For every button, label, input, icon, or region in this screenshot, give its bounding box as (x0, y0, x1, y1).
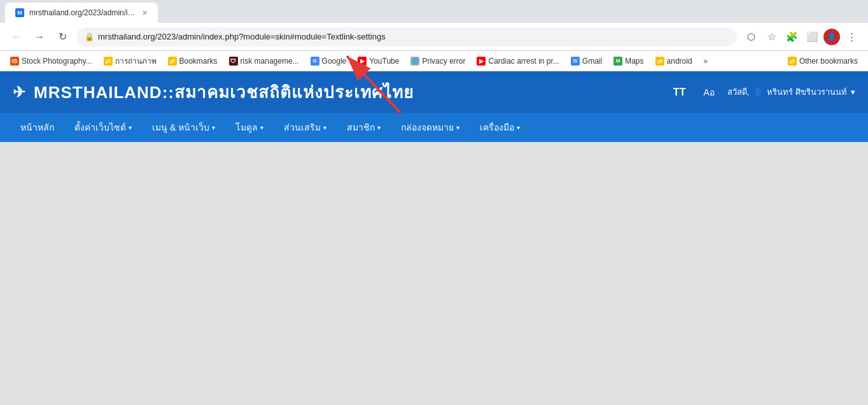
bookmark-risk-icon: 🛡 (229, 57, 238, 66)
bookmark-google[interactable]: G Google (305, 54, 352, 68)
bookmark-android-label: android (667, 57, 692, 66)
site-header: ✈ MRSTHAILAND::สมาคมเวชสถิติแห่งประเทศไท… (0, 71, 868, 113)
nav-menu-label: เมนู & หน้าเว็บ (152, 120, 209, 134)
site-title-text: MRSTHAILAND::สมาคมเวชสถิติแห่งประเทศไทย (34, 79, 414, 105)
other-bookmarks-label: Other bookmarks (799, 57, 858, 66)
bookmark-google-label: Google (322, 57, 347, 66)
nav-modules-label: โมดูล (235, 120, 258, 134)
nav-item-tools[interactable]: เครื่องมือ ▾ (470, 113, 530, 142)
bookmark-bookmarks-label: Bookmarks (179, 57, 218, 66)
website-content: ✈ MRSTHAILAND::สมาคมเวชสถิติแห่งประเทศไท… (0, 71, 868, 405)
bookmark-maps-icon: M (613, 57, 622, 66)
bookmark-gmail-icon: G (571, 57, 580, 66)
browser-toolbar: ← → ↻ 🔒 mrsthailand.org/2023/admin/index… (0, 23, 868, 51)
profile-button[interactable]: 👤 (823, 29, 840, 45)
username-text: หรินทร์ ศิขรินวรานนท์ (767, 85, 847, 99)
bookmark-karnthamnap[interactable]: 📁 การถ่านภาพ (99, 52, 162, 69)
bookmark-cardiac-label: Cardiac arrest in pr... (488, 57, 559, 66)
nav-extras-caret: ▾ (323, 124, 326, 131)
bookmark-gmail[interactable]: G Gmail (566, 54, 607, 68)
nav-item-extras[interactable]: ส่วนเสริม ▾ (274, 113, 337, 142)
bookmark-privacy-icon: 🌐 (410, 57, 419, 66)
nav-home-label: หน้าหลัก (20, 120, 54, 134)
bookmark-maps-label: Maps (625, 57, 643, 66)
bookmark-stock[interactable]: IS Stock Photography... (5, 54, 97, 68)
bookmarks-bar: IS Stock Photography... 📁 การถ่านภาพ 📁 B… (0, 51, 868, 71)
nav-item-inbox[interactable]: กล่องจดหมาย ▾ (391, 113, 470, 142)
nav-members-caret: ▾ (377, 124, 381, 131)
nav-item-modules[interactable]: โมดูล ▾ (225, 113, 274, 142)
browser-frame: M mrsthailand.org/2023/admin/index.php?m… (0, 0, 868, 71)
font-aa-button[interactable]: Aอ (698, 83, 719, 102)
lock-icon: 🔒 (85, 32, 94, 41)
nav-menu-caret: ▾ (212, 124, 215, 131)
bookmark-cardiac-icon: ▶ (477, 57, 486, 66)
bookmark-youtube-icon: ▶ (358, 57, 367, 66)
tab-favicon: M (15, 8, 24, 17)
nav-item-settings[interactable]: ตั้งค่าเว็บไซต์ ▾ (64, 113, 142, 142)
extensions-button[interactable]: 🧩 (783, 28, 801, 46)
bookmark-bookmarks-icon: 📁 (168, 57, 177, 66)
plane-icon: ✈ (13, 83, 26, 101)
other-bookmarks[interactable]: 📁 Other bookmarks (783, 54, 863, 68)
user-icon: 👤 (753, 87, 763, 97)
bookmark-risk-label: risk manageme... (241, 57, 299, 66)
header-controls: TT Aอ สวัสดี, 👤 หรินทร์ ศิขรินวรานนท์ ▾ (668, 83, 855, 102)
tab-close-button[interactable]: ✕ (142, 9, 148, 17)
bookmark-privacy[interactable]: 🌐 Privacy error (405, 54, 470, 68)
bookmark-star-button[interactable]: ☆ (762, 28, 780, 46)
tab-title: mrsthailand.org/2023/admin/index.php?mod… (29, 8, 137, 17)
nav-tools-label: เครื่องมือ (480, 120, 514, 134)
font-size-button[interactable]: TT (668, 84, 691, 101)
bookmark-karnthamnap-icon: 📁 (104, 57, 113, 66)
main-content (0, 142, 868, 405)
bookmark-android-icon: 📁 (655, 57, 664, 66)
bookmark-stock-label: Stock Photography... (22, 57, 92, 66)
address-text: mrsthailand.org/2023/admin/index.php?mod… (98, 32, 729, 41)
nav-members-label: สมาชิก (347, 120, 375, 134)
bookmark-android[interactable]: 📁 android (650, 54, 697, 68)
nav-extras-label: ส่วนเสริม (284, 120, 321, 134)
other-bookmarks-icon: 📁 (788, 57, 797, 66)
share-button[interactable]: ⬡ (742, 28, 760, 46)
nav-settings-label: ตั้งค่าเว็บไซต์ (74, 120, 126, 134)
welcome-text: สวัสดี, (727, 85, 750, 99)
bookmark-google-icon: G (311, 57, 319, 66)
toolbar-actions: ⬡ ☆ 🧩 ⬜ 👤 ⋮ (742, 28, 860, 46)
active-tab[interactable]: M mrsthailand.org/2023/admin/index.php?m… (5, 3, 158, 23)
bookmark-youtube-label: YouTube (369, 57, 399, 66)
forward-button[interactable]: → (31, 28, 48, 46)
window-button[interactable]: ⬜ (803, 28, 821, 46)
bookmark-gmail-label: Gmail (582, 57, 602, 66)
nav-settings-caret: ▾ (129, 124, 132, 131)
bookmark-karnthamnap-label: การถ่านภาพ (115, 55, 157, 67)
nav-tools-caret: ▾ (517, 124, 520, 131)
site-nav-bar: หน้าหลัก ตั้งค่าเว็บไซต์ ▾ เมนู & หน้าเว… (0, 113, 868, 142)
nav-item-menu[interactable]: เมนู & หน้าเว็บ ▾ (142, 113, 225, 142)
nav-inbox-label: กล่องจดหมาย (401, 120, 454, 134)
bookmark-maps[interactable]: M Maps (608, 54, 648, 68)
bookmark-risk[interactable]: 🛡 risk manageme... (224, 54, 304, 68)
nav-item-home[interactable]: หน้าหลัก (10, 113, 64, 142)
bookmark-privacy-label: Privacy error (422, 57, 465, 66)
more-bookmarks-indicator[interactable]: » (699, 54, 713, 68)
user-info: สวัสดี, 👤 หรินทร์ ศิขรินวรานนท์ ▾ (727, 85, 855, 99)
nav-item-members[interactable]: สมาชิก ▾ (337, 113, 391, 142)
bookmark-cardiac[interactable]: ▶ Cardiac arrest in pr... (472, 54, 564, 68)
bookmark-youtube[interactable]: ▶ YouTube (353, 54, 404, 68)
address-bar[interactable]: 🔒 mrsthailand.org/2023/admin/index.php?m… (76, 27, 737, 46)
user-dropdown-caret[interactable]: ▾ (851, 87, 855, 97)
menu-button[interactable]: ⋮ (843, 28, 860, 46)
reload-button[interactable]: ↻ (53, 28, 71, 46)
tab-bar: M mrsthailand.org/2023/admin/index.php?m… (0, 0, 868, 23)
nav-modules-caret: ▾ (260, 124, 263, 131)
nav-inbox-caret: ▾ (456, 124, 459, 131)
site-title: ✈ MRSTHAILAND::สมาคมเวชสถิติแห่งประเทศไท… (13, 79, 414, 105)
bookmark-stock-icon: IS (10, 57, 19, 66)
bookmark-bookmarks[interactable]: 📁 Bookmarks (163, 54, 223, 68)
back-button[interactable]: ← (8, 28, 25, 46)
